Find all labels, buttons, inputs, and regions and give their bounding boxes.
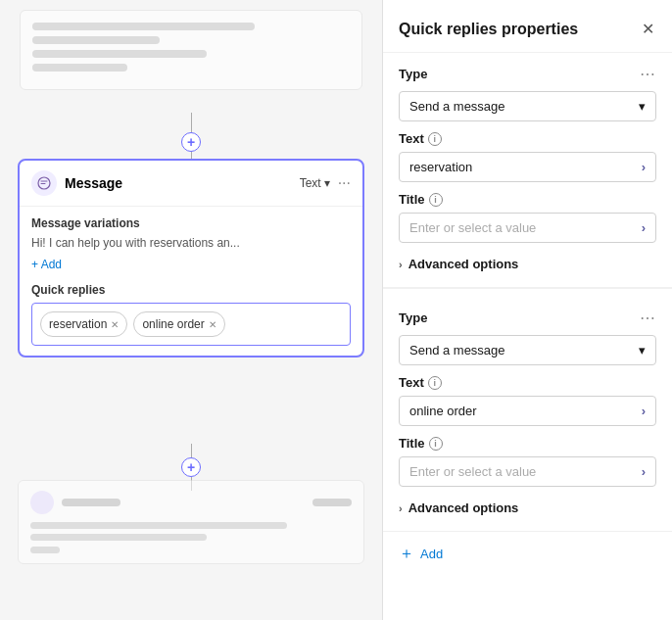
bottom-card	[18, 480, 364, 564]
bottom-card-title-line	[62, 499, 120, 506]
title-field-label-2: Title i	[399, 436, 656, 451]
text-input-chevron-2: ›	[642, 404, 646, 418]
connector-line-top	[191, 113, 192, 132]
advanced-options-2[interactable]: › Advanced options	[399, 497, 656, 519]
title-info-icon-1[interactable]: i	[429, 193, 443, 207]
connector-line-bot	[191, 444, 192, 457]
bottom-card-header	[30, 491, 352, 514]
title-input-2[interactable]: Enter or select a value ›	[399, 456, 656, 487]
add-node-button-top[interactable]: +	[181, 132, 201, 152]
type-dropdown-value-1: Send a message	[409, 99, 505, 114]
advanced-options-label-2: Advanced options	[408, 501, 519, 515]
bottom-card-icon	[30, 491, 54, 514]
title-label-text-1: Title	[399, 192, 425, 207]
close-panel-button[interactable]: ✕	[640, 18, 656, 40]
title-info-icon-2[interactable]: i	[429, 437, 443, 451]
top-connector[interactable]: +	[181, 113, 201, 164]
quick-replies-label: Quick replies	[31, 283, 351, 297]
message-type[interactable]: Text ▾	[300, 176, 330, 190]
add-node-button-bottom[interactable]: +	[181, 457, 201, 477]
right-panel-title: Quick replies properties	[399, 21, 578, 38]
title-input-chevron-2: ›	[642, 464, 646, 479]
text-info-icon-1[interactable]: i	[428, 132, 442, 146]
advanced-options-1[interactable]: › Advanced options	[399, 253, 656, 275]
add-icon: ＋	[399, 544, 414, 564]
text-field-label-1: Text i	[399, 131, 656, 146]
type-row-1: Type ⋯	[399, 65, 656, 83]
type-row-2: Type ⋯	[399, 309, 656, 327]
top-card-line2	[32, 36, 160, 44]
top-card-line1	[32, 23, 255, 30]
type-dropdown-2[interactable]: Send a message ▾	[399, 335, 656, 365]
message-more-button[interactable]: ···	[338, 174, 351, 192]
text-info-icon-2[interactable]: i	[428, 376, 442, 390]
text-input-value-1: reservation	[409, 160, 472, 174]
quick-reply-tag-online-order[interactable]: online order ✕	[133, 311, 224, 337]
title-field-label-1: Title i	[399, 192, 656, 207]
quick-reply-tag-reservation[interactable]: reservation ✕	[40, 311, 127, 337]
bottom-card-type-line	[312, 499, 352, 506]
more-dots-2[interactable]: ⋯	[640, 309, 656, 327]
text-input-value-2: online order	[409, 404, 477, 418]
left-panel: + Message Text ▾ ··· Message variations …	[0, 0, 382, 620]
title-input-1[interactable]: Enter or select a value ›	[399, 213, 656, 243]
type-dropdown-value-2: Send a message	[409, 343, 505, 358]
text-input-1[interactable]: reservation ›	[399, 152, 656, 182]
properties-section-1: Type ⋯ Send a message ▾ Text i reservati…	[383, 53, 672, 288]
advanced-chevron-1: ›	[399, 259, 403, 270]
title-label-text-2: Title	[399, 436, 425, 451]
type-dropdown-1[interactable]: Send a message ▾	[399, 91, 656, 121]
add-button[interactable]: ＋ Add	[383, 532, 672, 576]
dropdown-chevron-2: ▾	[639, 343, 646, 358]
top-card	[20, 10, 362, 90]
message-card-header: Message Text ▾ ···	[20, 161, 362, 207]
advanced-options-label-1: Advanced options	[408, 257, 519, 271]
quick-reply-label: online order	[142, 317, 204, 331]
more-dots-1[interactable]: ⋯	[640, 65, 656, 83]
text-label-text-1: Text	[399, 131, 424, 146]
divider-1	[383, 288, 672, 289]
remove-online-order-button[interactable]: ✕	[209, 319, 216, 330]
type-label-1: Type	[399, 67, 427, 81]
bottom-text-line1	[30, 522, 287, 529]
bottom-text-line2	[30, 534, 207, 541]
top-card-line3	[32, 50, 207, 58]
advanced-chevron-2: ›	[399, 502, 403, 514]
right-panel-header: Quick replies properties ✕	[383, 0, 672, 53]
variations-label: Message variations	[31, 216, 351, 230]
quick-replies-box[interactable]: reservation ✕ online order ✕	[31, 303, 351, 346]
add-label: Add	[420, 547, 443, 561]
text-input-chevron-1: ›	[642, 160, 646, 174]
top-card-line4	[32, 64, 127, 72]
variation-text: Hi! I can help you with reservations an.…	[31, 236, 351, 250]
dropdown-chevron-1: ▾	[639, 99, 646, 114]
text-field-label-2: Text i	[399, 375, 656, 390]
message-icon	[31, 170, 57, 196]
type-label-2: Type	[399, 310, 427, 325]
title-input-chevron-1: ›	[642, 220, 646, 235]
add-variation-button[interactable]: + Add	[31, 258, 351, 271]
bottom-card-footer	[30, 547, 352, 553]
message-card-title: Message	[65, 175, 300, 191]
bottom-footer-line	[30, 547, 60, 553]
properties-section-2: Type ⋯ Send a message ▾ Text i online or…	[383, 297, 672, 532]
message-card: Message Text ▾ ··· Message variations Hi…	[18, 159, 364, 358]
quick-replies-section: Quick replies reservation ✕ online order…	[31, 283, 351, 346]
title-input-placeholder-2: Enter or select a value	[409, 464, 536, 479]
quick-reply-label: reservation	[49, 317, 107, 331]
title-input-placeholder-1: Enter or select a value	[409, 220, 536, 235]
text-label-text-2: Text	[399, 375, 424, 390]
text-input-2[interactable]: online order ›	[399, 396, 656, 426]
remove-reservation-button[interactable]: ✕	[111, 319, 119, 330]
message-card-body: Message variations Hi! I can help you wi…	[20, 207, 362, 356]
right-panel: Quick replies properties ✕ Type ⋯ Send a…	[382, 0, 672, 620]
